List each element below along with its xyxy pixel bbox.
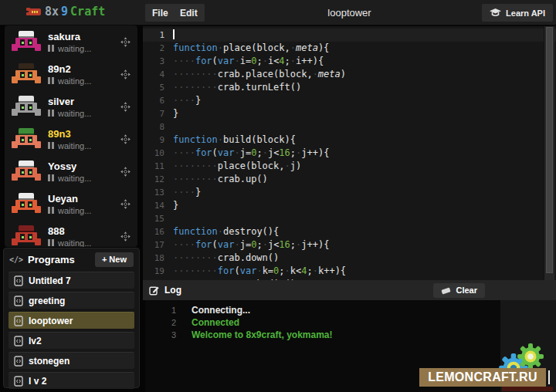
line-number: 12	[143, 173, 164, 186]
program-item[interactable]: greeting	[8, 292, 134, 309]
players-panel: sakurawaiting...89n2waiting...silverwait…	[5, 25, 137, 247]
player-name: sakura	[48, 31, 120, 42]
robot-icon	[12, 192, 41, 215]
file-icon	[14, 296, 23, 306]
program-item[interactable]: looptower	[8, 312, 134, 329]
status-text: waiting...	[58, 44, 91, 53]
move-icon[interactable]	[120, 102, 131, 112]
code-editor[interactable]: 12function·place(block,·meta){3····for(v…	[143, 26, 556, 280]
program-item[interactable]: stonegen	[8, 352, 134, 369]
line-number: 15	[143, 212, 164, 225]
eraser-icon	[441, 286, 451, 295]
log-line: 3Welcome to 8x9craft, yokmama!	[145, 329, 500, 341]
move-icon[interactable]	[120, 69, 131, 79]
status-text: waiting...	[58, 76, 91, 86]
code-line: 13····}	[143, 186, 556, 199]
code-line: 5········crab.turnLeft()	[143, 81, 556, 94]
code-line: 16function·destroy(){	[143, 225, 556, 238]
line-number: 13	[143, 186, 164, 199]
robot-icon	[12, 95, 41, 118]
status-text: waiting...	[58, 238, 91, 248]
line-number: 19	[143, 265, 164, 278]
player-status: waiting...	[48, 206, 120, 215]
line-number: 4	[143, 68, 164, 81]
line-number: 3	[143, 55, 164, 68]
player-status: waiting...	[48, 109, 120, 118]
topbar: 8x9Craft File Edit looptower Learn API	[0, 0, 556, 25]
pause-icon	[48, 174, 54, 181]
program-label: greeting	[29, 296, 65, 306]
log-title: Log	[164, 285, 428, 296]
logo-text-8x: 8x	[45, 5, 59, 19]
move-icon[interactable]	[120, 231, 131, 242]
log-line-number: 1	[145, 304, 176, 316]
program-item[interactable]: l v 2	[8, 372, 134, 389]
log-line-number: 2	[145, 316, 176, 329]
line-number: 6	[143, 94, 164, 107]
pause-icon	[48, 239, 54, 246]
clear-log-button[interactable]: Clear	[433, 283, 485, 298]
player-status: waiting...	[48, 238, 120, 248]
crab-logo-icon	[25, 6, 42, 18]
player-row[interactable]: 89n2waiting...	[5, 58, 137, 90]
code-line: 9function·build(block){	[143, 133, 556, 147]
player-info: 89n2waiting...	[48, 63, 120, 86]
file-icon	[14, 336, 23, 346]
player-name: 89n3	[48, 128, 120, 140]
code-line: 17····for(var·j=0;·j<16;·j++){	[143, 238, 556, 252]
robot-icon	[12, 127, 41, 150]
player-info: 89n3waiting...	[48, 128, 120, 150]
player-status: waiting...	[48, 44, 120, 53]
programs-header: </> Programs + New	[4, 250, 139, 269]
player-info: Yossywaiting...	[48, 161, 120, 183]
program-item[interactable]: lv2	[8, 332, 134, 349]
code-line: 10····for(var·j=0;·j<16;·j++){	[143, 147, 556, 160]
move-icon[interactable]	[120, 167, 131, 177]
programs-panel: </> Programs + New Untitled 7greetingloo…	[3, 248, 140, 388]
player-row[interactable]: Yossywaiting...	[5, 155, 137, 188]
player-status: waiting...	[48, 141, 120, 150]
robot-icon	[12, 225, 41, 247]
player-status: waiting...	[48, 174, 120, 183]
line-number: 17	[143, 238, 164, 252]
player-row[interactable]: sakurawaiting...	[5, 25, 137, 58]
player-row[interactable]: 89n3waiting...	[5, 123, 137, 155]
pause-icon	[48, 110, 54, 117]
file-icon	[14, 275, 23, 286]
program-item[interactable]: Untitled 7	[8, 272, 134, 289]
log-line-number: 3	[145, 329, 176, 341]
player-row[interactable]: silverwaiting...	[5, 90, 137, 123]
editor-scrollbar[interactable]	[544, 26, 554, 280]
new-program-button[interactable]: + New	[95, 252, 134, 267]
code-line: 18········crab.down()	[143, 252, 556, 265]
player-row[interactable]: Ueyanwaiting...	[5, 188, 137, 220]
app: 8x9Craft File Edit looptower Learn API s…	[0, 0, 556, 392]
logo: 8x9Craft	[25, 5, 105, 19]
pause-icon	[48, 45, 54, 52]
learn-api-label: Learn API	[506, 8, 545, 18]
move-icon[interactable]	[120, 199, 131, 209]
pause-icon	[48, 207, 54, 214]
code-line: 2function·place(block,·meta){	[143, 42, 556, 55]
log-header: Log Clear	[143, 280, 556, 300]
move-icon[interactable]	[120, 134, 131, 144]
learn-api-button[interactable]: Learn API	[482, 4, 553, 22]
program-label: l v 2	[29, 376, 46, 387]
log-message: Welcome to 8x9craft, yokmama!	[192, 329, 333, 341]
robot-icon	[12, 160, 41, 183]
robot-icon	[12, 63, 41, 86]
robot-icon	[12, 30, 41, 53]
scrollbar-thumb[interactable]	[546, 27, 553, 273]
watermark-strip	[502, 387, 553, 391]
pause-icon	[48, 77, 54, 84]
move-icon[interactable]	[120, 37, 131, 47]
player-row[interactable]: 888waiting...	[5, 220, 137, 247]
graduation-cap-icon	[490, 8, 501, 17]
program-label: Untitled 7	[29, 275, 71, 286]
program-label: lv2	[29, 336, 42, 346]
logo-text-9: 9	[61, 5, 68, 19]
player-name: 89n2	[48, 63, 120, 75]
text-cursor	[548, 370, 550, 384]
player-info: sakurawaiting...	[48, 31, 120, 53]
programs-list: Untitled 7greetinglooptowerlv2stonegenl …	[4, 272, 139, 389]
